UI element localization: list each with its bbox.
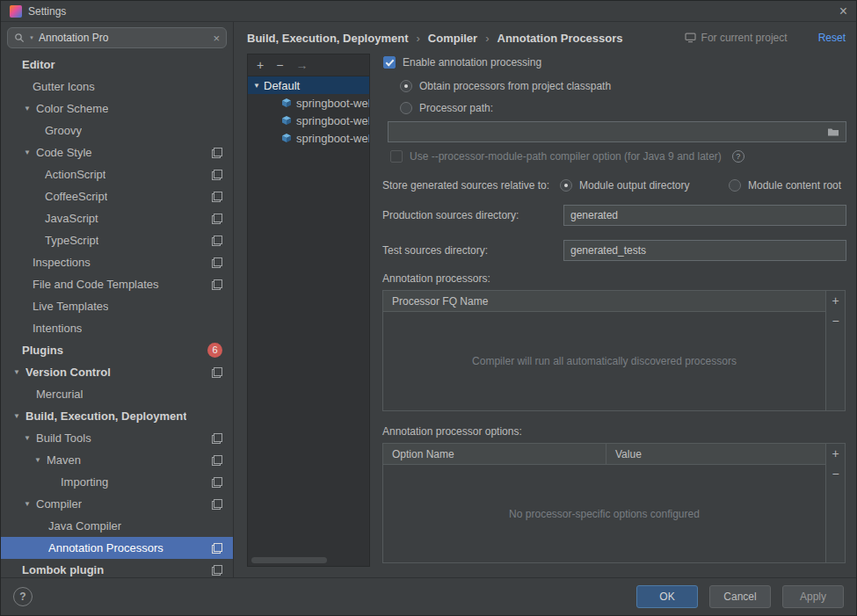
- sidebar-item-java-compiler[interactable]: Java Compiler: [1, 515, 233, 537]
- sidebar-item-mercurial[interactable]: Mercurial: [1, 383, 233, 405]
- sidebar-item-build-execution-deployment[interactable]: ▼Build, Execution, Deployment: [1, 405, 233, 427]
- store-generated-sources-row: Store generated sources relative to: Mod…: [382, 178, 846, 193]
- options-table-main: Option Name Value No processor-specific …: [383, 444, 825, 562]
- search-input[interactable]: [39, 32, 208, 44]
- project-settings-icon: [212, 148, 222, 158]
- column-header-option-name[interactable]: Option Name: [383, 444, 606, 464]
- sidebar-item-inspections[interactable]: Inspections: [1, 251, 233, 273]
- enable-annotation-processing-checkbox[interactable]: Enable annotation processing: [383, 54, 541, 70]
- sidebar-item-maven[interactable]: ▼Maven: [1, 449, 233, 471]
- sidebar-item-lombok-plugin[interactable]: Lombok plugin: [1, 559, 233, 577]
- processor-path-radio[interactable]: Processor path:: [400, 100, 493, 116]
- remove-processor-button[interactable]: −: [832, 315, 839, 327]
- sidebar-item-plugins[interactable]: Plugins6: [1, 339, 233, 361]
- folder-icon[interactable]: [827, 127, 839, 137]
- sidebar-item-javascript[interactable]: JavaScript: [1, 207, 233, 229]
- processor-module-path-checkbox[interactable]: Use --processor-module-path compiler opt…: [390, 149, 744, 164]
- breadcrumb-separator: ›: [416, 32, 419, 45]
- expanded-arrow-icon[interactable]: ▼: [34, 456, 47, 464]
- sidebar-item-intentions[interactable]: Intentions: [1, 317, 233, 339]
- intellij-logo-icon: [10, 5, 22, 18]
- sidebar-item-live-templates[interactable]: Live Templates: [1, 295, 233, 317]
- sidebar-item-file-and-code-templates[interactable]: File and Code Templates: [1, 273, 233, 295]
- ok-button[interactable]: OK: [636, 585, 698, 608]
- profile-module-item[interactable]: springboot-web: [248, 112, 369, 129]
- processor-module-path-label: Use --processor-module-path compiler opt…: [410, 150, 722, 163]
- processors-table-toolbar: + −: [825, 291, 845, 410]
- sidebar-item-editor[interactable]: Editor: [1, 54, 233, 76]
- radio-unselected-icon[interactable]: [400, 102, 412, 114]
- add-profile-icon[interactable]: +: [257, 59, 264, 71]
- radio-selected-icon[interactable]: [400, 80, 412, 92]
- profile-module-item[interactable]: springboot-web: [248, 94, 369, 112]
- remove-profile-icon[interactable]: −: [276, 59, 283, 71]
- sidebar-item-version-control[interactable]: ▼Version Control: [1, 361, 233, 383]
- processors-table-body[interactable]: Compiler will run all automatically disc…: [383, 312, 825, 410]
- production-sources-input[interactable]: [570, 209, 839, 221]
- expanded-arrow-icon[interactable]: ▼: [24, 500, 36, 508]
- apply-button[interactable]: Apply: [782, 585, 844, 608]
- reset-link[interactable]: Reset: [818, 32, 846, 44]
- sidebar-item-label: Groovy: [45, 124, 82, 137]
- sidebar-item-label: Maven: [47, 453, 81, 467]
- expanded-arrow-icon[interactable]: ▼: [24, 105, 36, 112]
- expanded-arrow-icon[interactable]: ▼: [24, 149, 36, 156]
- sidebar-item-label: Annotation Processors: [48, 541, 163, 554]
- close-icon[interactable]: ×: [839, 4, 847, 18]
- scope-label: For current project: [701, 32, 788, 44]
- column-header-value[interactable]: Value: [606, 444, 650, 464]
- radio-selected-icon[interactable]: [560, 179, 572, 192]
- sidebar-item-color-scheme[interactable]: ▼Color Scheme: [1, 98, 233, 120]
- add-processor-button[interactable]: +: [832, 294, 839, 307]
- module-output-directory-radio[interactable]: Module output directory: [560, 178, 689, 193]
- processors-table-header: Processor FQ Name: [383, 291, 825, 312]
- sidebar-item-label: Live Templates: [33, 300, 108, 313]
- sidebar-item-importing[interactable]: Importing: [1, 471, 233, 493]
- remove-option-button[interactable]: −: [832, 467, 839, 480]
- add-option-button[interactable]: +: [832, 447, 839, 460]
- test-sources-field[interactable]: [563, 240, 846, 261]
- move-to-profile-icon[interactable]: →: [295, 59, 308, 71]
- breadcrumb-item-compiler[interactable]: Compiler: [428, 32, 477, 45]
- sidebar-item-actionscript[interactable]: ActionScript: [1, 163, 233, 185]
- search-box[interactable]: ▼ ×: [7, 27, 227, 48]
- horizontal-scrollbar[interactable]: [251, 557, 327, 563]
- sidebar-item-typescript[interactable]: TypeScript: [1, 229, 233, 251]
- sidebar-item-compiler[interactable]: ▼Compiler: [1, 493, 233, 515]
- processors-table-main: Processor FQ Name Compiler will run all …: [383, 291, 825, 410]
- profile-item-default[interactable]: ▼Default: [248, 76, 369, 94]
- sidebar-item-annotation-processors[interactable]: Annotation Processors: [1, 537, 233, 559]
- expanded-arrow-icon[interactable]: ▼: [13, 412, 25, 420]
- sidebar-item-coffeescript[interactable]: CoffeeScript: [1, 185, 233, 207]
- settings-sidebar: ▼ × EditorGutter Icons▼Color SchemeGroov…: [1, 22, 234, 577]
- plugin-update-count-badge: 6: [207, 343, 222, 358]
- column-header-processor-fq-name[interactable]: Processor FQ Name: [383, 291, 497, 311]
- breadcrumb-item-build-execution-deployment[interactable]: Build, Execution, Deployment: [247, 32, 408, 45]
- sidebar-item-code-style[interactable]: ▼Code Style: [1, 141, 233, 163]
- test-sources-input[interactable]: [570, 244, 839, 257]
- sidebar-item-groovy[interactable]: Groovy: [1, 120, 233, 141]
- processor-path-input[interactable]: [395, 126, 827, 138]
- sidebar-item-label: Plugins: [22, 344, 63, 357]
- radio-unselected-icon[interactable]: [729, 179, 741, 192]
- processor-path-field[interactable]: [388, 121, 846, 142]
- module-content-root-radio[interactable]: Module content root: [729, 178, 841, 193]
- production-sources-field[interactable]: [563, 205, 846, 226]
- expanded-arrow-icon[interactable]: ▼: [24, 434, 36, 442]
- checkbox-checked-icon[interactable]: [383, 56, 396, 69]
- cancel-button[interactable]: Cancel: [709, 585, 771, 608]
- sidebar-item-build-tools[interactable]: ▼Build Tools: [1, 427, 233, 449]
- help-button[interactable]: ?: [13, 587, 33, 606]
- options-table-body[interactable]: No processor-specific options configured: [383, 465, 825, 562]
- profile-module-item[interactable]: springboot-web: [248, 129, 369, 147]
- help-icon[interactable]: ?: [732, 150, 744, 163]
- annotation-processors-page: + − → ▼Defaultspringboot-webspringboot-w…: [247, 54, 846, 567]
- expanded-arrow-icon[interactable]: ▼: [13, 368, 25, 376]
- obtain-processors-radio[interactable]: Obtain processors from project classpath: [400, 78, 611, 94]
- sidebar-item-gutter-icons[interactable]: Gutter Icons: [1, 76, 233, 98]
- settings-dialog: Settings × ▼ × EditorGutter Icons▼Color …: [0, 0, 857, 616]
- expanded-arrow-icon[interactable]: ▼: [253, 82, 264, 90]
- search-history-arrow-icon[interactable]: ▼: [29, 35, 34, 40]
- clear-search-icon[interactable]: ×: [213, 32, 220, 45]
- project-settings-icon: [212, 192, 222, 202]
